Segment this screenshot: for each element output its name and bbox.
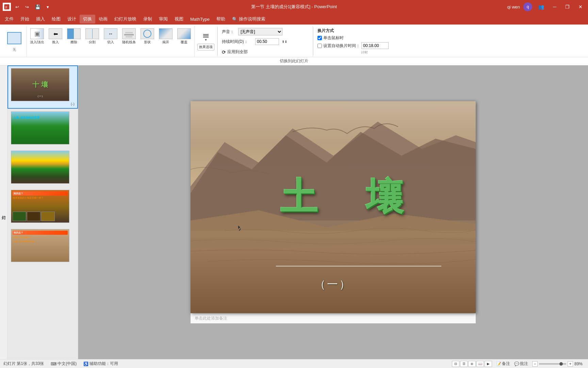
transition-uncover-label: 揭开 [162, 40, 169, 45]
menu-draw[interactable]: 绘图 [48, 15, 64, 24]
ribbon: 无 ▣ 淡入/淡出 ⬅ 推入 [0, 25, 588, 57]
close-button[interactable]: ✕ [576, 3, 585, 10]
menu-mathtype[interactable]: MathType [187, 15, 213, 23]
minimize-button[interactable]: ─ [550, 3, 559, 10]
comments-btn[interactable]: 💬 批注 [514, 361, 528, 367]
menu-search[interactable]: 🔍 操作说明搜索 [229, 15, 269, 24]
transition-split-icon [85, 28, 99, 39]
duration-row: 持续时间(D)： ⬆⬇ [222, 38, 309, 45]
sound-label: 声音： [222, 29, 235, 35]
menubar: 文件 开始 插入 绘图 设计 切换 动画 幻灯片放映 录制 审阅 视图 Math… [0, 14, 588, 25]
slide1-subtitle-preview: （一） [36, 94, 44, 98]
slide-underline [276, 266, 441, 266]
menu-home[interactable]: 开始 [17, 15, 33, 24]
menu-transitions[interactable]: 切换 [80, 15, 95, 24]
zoom-out-btn[interactable]: − [532, 361, 538, 367]
accessibility-status: ♿ 辅助功能：可用 [83, 361, 118, 367]
undo-button[interactable]: ↩ [14, 4, 21, 10]
presenter-view-btn[interactable]: ▶ [485, 361, 492, 367]
duration-input[interactable] [255, 38, 279, 45]
mouse-click-row: 单击鼠标时 [317, 35, 411, 41]
slide-thumb-1[interactable]: 十 壤 （一） (-) [7, 65, 78, 109]
slide-panel: 十 壤 （一） (-) 土壤--植生物地的垦置 [7, 65, 78, 359]
menu-insert[interactable]: 插入 [33, 15, 48, 24]
auto-advance-input[interactable] [361, 42, 389, 49]
share-button[interactable]: 👥 [536, 3, 547, 10]
auto-advance-label: 设置自动换片时间： [323, 43, 360, 49]
menu-view[interactable]: 视图 [171, 15, 187, 24]
auto-advance-row: 设置自动换片时间： [317, 42, 411, 49]
slide-thumb-4[interactable]: 知识点？ 地球表面的土壤是否都一样？ [7, 187, 78, 226]
slide5-badge: 知识点？ [13, 231, 68, 235]
transition-split[interactable]: 分割 [83, 27, 101, 46]
transition-random-bars[interactable]: 随机线条 [120, 27, 138, 46]
customize-qat[interactable]: ▾ [45, 4, 51, 10]
duration-label: 持续时间(D)： [222, 39, 252, 45]
duration-spinner[interactable]: ⬆⬇ [282, 40, 287, 44]
reading-view-btn[interactable]: 📖 [476, 361, 484, 367]
menu-help[interactable]: 帮助 [213, 15, 229, 24]
slide-subtitle: （一） [315, 277, 352, 292]
redo-button[interactable]: ↪ [23, 4, 31, 10]
slide-panel-label: 幻灯片 [0, 65, 7, 359]
transition-fade-label: 淡入/淡出 [30, 40, 45, 45]
mouse-click-label: 单击鼠标时 [323, 35, 344, 41]
apply-all-icon: ⟳ [222, 49, 226, 55]
zoom-value: 89% [574, 362, 585, 366]
transition-uncover[interactable]: 揭开 [157, 27, 175, 46]
notes-btn[interactable]: 📝 备注 [496, 361, 510, 367]
transition-cover[interactable]: 覆盖 [175, 27, 193, 46]
menu-slideshow[interactable]: 幻灯片放映 [111, 15, 140, 24]
sound-select[interactable]: [无声音] [238, 28, 282, 35]
ribbon-label-bar: 切换到此幻灯片 [0, 57, 588, 65]
slide-thumb-3[interactable] [7, 148, 78, 187]
statusbar: 幻灯片 第1张，共33张 ⌨ 中文(中国) ♿ 辅助功能：可用 ⊟ ☰ ⊞ 📖 … [0, 359, 588, 368]
menu-record[interactable]: 录制 [140, 15, 156, 24]
slide-thumbnail-5: 知识点？ 土壤中有生物吗？ 土壤中的有哪些生物？ [11, 229, 69, 262]
lang-icon: ⌨ [51, 362, 56, 366]
slide-sorter-btn[interactable]: ⊞ [468, 361, 476, 367]
save-button[interactable]: 💾 [33, 4, 42, 10]
slide4-badge: 知识点？ [13, 191, 68, 196]
transition-random-bars-icon [122, 28, 136, 39]
transition-push-label: 推入 [52, 40, 59, 45]
status-right: ⊟ ☰ ⊞ 📖 ▶ 📝 备注 💬 批注 − + 89% [452, 361, 585, 367]
slide2-text: 土壤--植生物地的垦置 [13, 114, 39, 120]
notes-area[interactable]: 单击此处添加备注 [191, 313, 476, 323]
effect-options-btn[interactable]: 效果选项 [197, 44, 214, 50]
mouse-click-checkbox[interactable] [317, 36, 322, 40]
menu-file[interactable]: 文件 [1, 15, 17, 24]
transition-push-icon: ⬅ [49, 28, 62, 39]
outline-view-btn[interactable]: ☰ [460, 361, 468, 367]
slide-thumb-5[interactable]: 知识点？ 土壤中有生物吗？ 土壤中的有哪些生物？ [7, 226, 78, 265]
menu-animations[interactable]: 动画 [95, 15, 111, 24]
comments-icon: 💬 [514, 362, 519, 366]
ribbon-group-timing: 声音： [无声音] 持续时间(D)： ⬆⬇ ⟳ 应用到全部 [218, 26, 313, 57]
transition-push[interactable]: ⬅ 推入 [47, 27, 64, 46]
transition-cut[interactable]: ↔ 切入 [102, 27, 119, 46]
transition-fade-icon: ▣ [30, 28, 44, 39]
user-avatar[interactable]: q [523, 2, 532, 11]
transition-none[interactable] [5, 31, 23, 46]
transition-wipe[interactable]: 擦除 [65, 27, 83, 46]
slide4-text: 地球表面的土壤是否都一样？ [13, 196, 68, 200]
transition-shape[interactable]: 形状 [138, 27, 156, 46]
menu-review[interactable]: 审阅 [156, 15, 171, 24]
zoom-slider[interactable] [539, 363, 566, 365]
transition-fade[interactable]: ▣ 淡入/淡出 [28, 27, 46, 46]
slide-canvas[interactable]: 土 壤 （一） [191, 101, 476, 313]
apply-all-row[interactable]: ⟳ 应用到全部 [222, 49, 309, 55]
menu-design[interactable]: 设计 [64, 15, 80, 24]
svg-marker-5 [191, 237, 476, 313]
restore-button[interactable]: ❐ [562, 3, 572, 10]
ribbon-group-transitions: ▣ 淡入/淡出 ⬅ 推入 擦除 [27, 26, 195, 57]
ribbon-group-more: ▼ 效果选项 [195, 26, 217, 57]
zoom-in-btn[interactable]: + [568, 361, 573, 367]
auto-advance-checkbox[interactable] [317, 44, 322, 48]
normal-view-btn[interactable]: ⊟ [452, 361, 459, 367]
sound-row: 声音： [无声音] [222, 28, 309, 35]
slide-thumb-2[interactable]: 土壤--植生物地的垦置 [7, 109, 78, 148]
more-label: ▼ [205, 38, 208, 42]
transition-shape-label: 形状 [144, 40, 151, 45]
more-transitions-btn[interactable]: ▼ [202, 33, 210, 43]
